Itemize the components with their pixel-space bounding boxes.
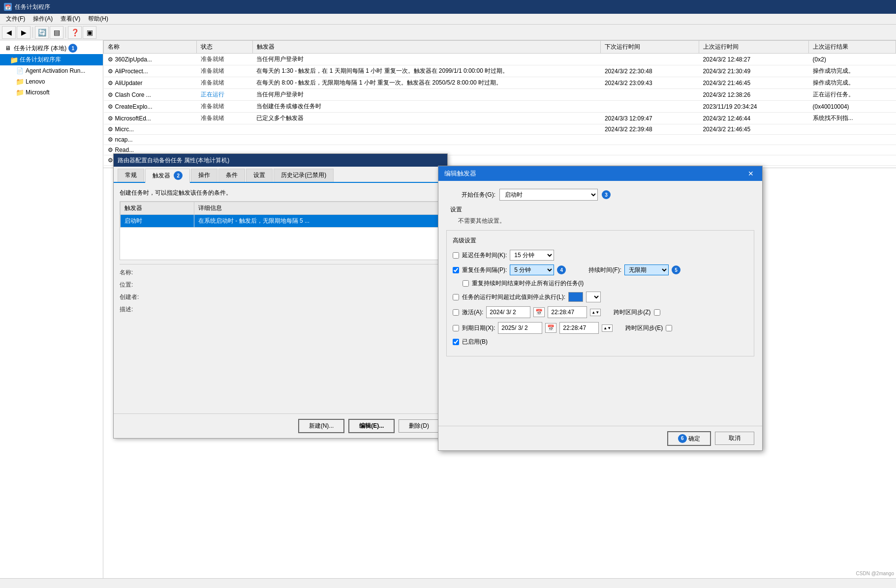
col-status[interactable]: 状态: [197, 41, 252, 54]
general-row-location: 位置:: [120, 281, 441, 289]
col-last-result[interactable]: 上次运行结果: [809, 41, 896, 54]
close-button[interactable]: ✕: [745, 168, 756, 179]
tab-condition[interactable]: 条件: [218, 169, 245, 182]
task-row[interactable]: ⚙CreateExplo... 准备就绪 当创建任务或修改任务时 2023/11…: [104, 101, 896, 113]
stop-repeat-checkbox[interactable]: [463, 280, 469, 287]
task-row[interactable]: ⚙Micrc... 2024/3/2 22:39:48 2024/3/2 21:…: [104, 124, 896, 135]
task-trigger: [252, 124, 601, 135]
trigger-col-detail: 详细信息: [194, 202, 441, 215]
toolbar: ◀ ▶ 🔄 ▤ ❓ ▣: [0, 25, 896, 40]
duration-label: 持续时间(F):: [588, 266, 621, 274]
menu-bar: 文件(F) 操作(A) 查看(V) 帮助(H): [0, 14, 896, 25]
toolbar-view[interactable]: ▤: [50, 26, 63, 39]
edit-dialog-footer: 6 确定 取消: [438, 426, 762, 450]
badge-1: 1: [68, 44, 77, 53]
activate-row: 激活(A): 2024/ 3/ 2 📅 ▲▼ 跨时区同步(Z): [453, 306, 748, 318]
toolbar-refresh[interactable]: 🔄: [35, 26, 49, 39]
stop-long-row: 任务的运行时间超过此值则停止执行(L):: [453, 292, 748, 302]
expire-checkbox[interactable]: [453, 325, 459, 331]
activate-date[interactable]: 2024/ 3/ 2: [486, 306, 530, 318]
tab-settings[interactable]: 设置: [246, 169, 273, 182]
delay-task-checkbox[interactable]: [453, 252, 459, 259]
sidebar-item-root[interactable]: 🖥 任务计划程序 (本地) 1: [0, 42, 103, 54]
delay-task-select[interactable]: 15 分钟: [510, 250, 554, 261]
general-label-name: 名称:: [120, 268, 149, 277]
cancel-button[interactable]: 取消: [715, 432, 754, 445]
task-name: ⚙360ZipUpda...: [104, 54, 197, 65]
trigger-table-scroll[interactable]: 触发器 详细信息 启动时 在系统启动时 - 触发后，无限期地每隔 5 ...: [120, 201, 441, 260]
expire-time-spin[interactable]: ▲▼: [602, 324, 613, 332]
activate-checkbox[interactable]: [453, 309, 459, 316]
edit-dialog-title-text: 编辑触发器: [444, 169, 476, 178]
expire-date[interactable]: [498, 322, 542, 334]
ok-button[interactable]: 6 确定: [667, 431, 711, 446]
cross-tz-expire-checkbox[interactable]: [666, 325, 672, 331]
sidebar-item-microsoft[interactable]: 📁 Microsoft: [0, 87, 103, 98]
menu-action[interactable]: 操作(A): [29, 14, 57, 24]
task-last-result: (0x40010004): [809, 101, 896, 113]
task-last-run: [699, 155, 808, 166]
task-row[interactable]: ⚙AliProctect... 准备就绪 在每天的 1:30 - 触发后，在 1…: [104, 65, 896, 77]
stop-repeat-label: 重复持续时间结束时停止所有运行的任务(I): [472, 279, 584, 288]
monitor-icon: 🖥: [4, 44, 12, 52]
badge-3: 3: [602, 190, 611, 199]
stop-long-select[interactable]: [586, 292, 601, 302]
ok-label: 确定: [688, 435, 700, 441]
tab-general[interactable]: 常规: [118, 169, 144, 182]
sidebar-item-lenovo[interactable]: 📁 Lenovo: [0, 76, 103, 87]
task-last-result: 操作成功完成。: [809, 65, 896, 77]
begin-task-select[interactable]: 启动时: [499, 189, 598, 201]
repeat-task-checkbox[interactable]: [453, 267, 459, 273]
expire-date-icon[interactable]: 📅: [545, 323, 556, 333]
expire-time[interactable]: [559, 322, 599, 334]
enabled-checkbox[interactable]: [453, 339, 459, 345]
col-trigger[interactable]: 触发器: [252, 41, 601, 54]
task-status: 准备就绪: [197, 54, 252, 65]
task-row[interactable]: ⚙Clash Core ... 正在运行 当任何用户登录时 2024/3/2 1…: [104, 89, 896, 101]
menu-view[interactable]: 查看(V): [57, 14, 84, 24]
task-row[interactable]: ⚙MicrosoftEd... 准备就绪 已定义多个触发器 2024/3/3 1…: [104, 113, 896, 124]
sidebar-item-agent[interactable]: 📄 Agent Activation Run...: [0, 65, 103, 76]
toolbar-help[interactable]: ❓: [68, 26, 82, 39]
col-next-run[interactable]: 下次运行时间: [601, 41, 699, 54]
task-last-run: 2024/3/2 12:48:27: [699, 54, 808, 65]
task-next-run: [601, 89, 699, 101]
badge-6: 6: [678, 434, 687, 443]
toolbar-extra[interactable]: ▣: [83, 26, 96, 39]
task-row[interactable]: ⚙AliUpdater 准备就绪 在每天的 8:00 - 触发后，无限期地每隔 …: [104, 77, 896, 89]
btn-edit[interactable]: 编辑(E)...: [348, 419, 395, 433]
agent-icon: 📄: [16, 67, 24, 75]
btn-delete[interactable]: 删除(D): [399, 419, 439, 433]
task-list-scroll[interactable]: 名称 状态 触发器 下次运行时间 上次运行时间 上次运行结果 ⚙360ZipUp…: [103, 40, 896, 168]
col-last-run[interactable]: 上次运行时间: [699, 41, 808, 54]
stop-long-checkbox[interactable]: [453, 294, 459, 300]
task-name: ⚙AliUpdater: [104, 77, 197, 89]
menu-file[interactable]: 文件(F): [2, 14, 29, 24]
trigger-row[interactable]: 启动时 在系统启动时 - 触发后，无限期地每隔 5 ...: [121, 215, 441, 228]
status-bar: [0, 578, 896, 588]
settings-section: 设置 不需要其他设置。: [450, 206, 754, 225]
toolbar-forward[interactable]: ▶: [17, 26, 31, 39]
tab-trigger-label: 触发器: [153, 172, 170, 179]
menu-help[interactable]: 帮助(H): [84, 14, 112, 24]
btn-new[interactable]: 新建(N)...: [298, 419, 345, 433]
toolbar-back[interactable]: ◀: [2, 26, 16, 39]
activate-time[interactable]: [548, 306, 587, 318]
task-last-result: [809, 145, 896, 155]
repeat-task-select[interactable]: 5 分钟: [510, 265, 554, 275]
advanced-section: 高级设置 延迟任务时间(K): 15 分钟 重复任务间隔(P):: [446, 230, 754, 356]
cross-tz-activate-checkbox[interactable]: [654, 309, 660, 316]
tab-action[interactable]: 操作: [191, 169, 217, 182]
activate-time-spin[interactable]: ▲▼: [590, 309, 601, 316]
task-row[interactable]: ⚙ncap...: [104, 135, 896, 145]
col-name[interactable]: 名称: [104, 41, 197, 54]
task-last-result: [809, 135, 896, 145]
task-last-result: [809, 155, 896, 166]
task-row[interactable]: ⚙360ZipUpda... 准备就绪 当任何用户登录时 2024/3/2 12…: [104, 54, 896, 65]
task-status: [197, 124, 252, 135]
sidebar-item-library[interactable]: 📁 任务计划程序库: [0, 54, 103, 65]
duration-select[interactable]: 无限期: [624, 265, 669, 275]
tab-trigger[interactable]: 触发器 2: [145, 169, 190, 183]
tab-history[interactable]: 历史记录(已禁用): [274, 169, 334, 182]
activate-date-icon[interactable]: 📅: [533, 307, 545, 317]
